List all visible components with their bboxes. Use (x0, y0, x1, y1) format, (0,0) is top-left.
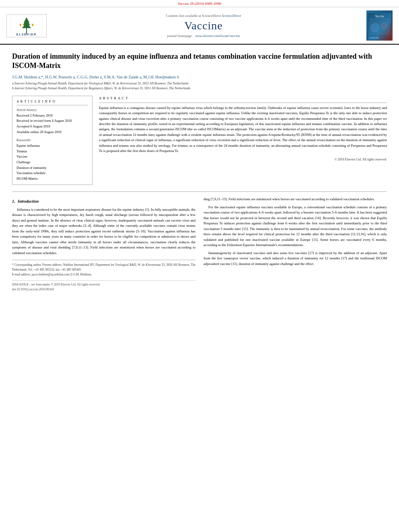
sciencedirect-link[interactable]: ScienceDirect (222, 14, 241, 18)
vaccine-cover-area: Vaccine Vol 28 2010 (360, 10, 393, 41)
journal-header: ELSEVIER Contents lists available at Sci… (0, 7, 399, 45)
body-col-right: ding [7,9,11–13]. Field infections are m… (204, 197, 387, 292)
article-info-column: A R T I C L E I N F O Article history: R… (12, 96, 93, 185)
footnote-bottom: 0264-410X/$ – see front matter © 2010 El… (12, 280, 195, 292)
article-content: Duration of immunity induced by an equin… (0, 45, 399, 300)
keyword-4: Challenge (16, 160, 88, 165)
elsevier-logo: ELSEVIER (6, 14, 47, 37)
article-info-box: A R T I C L E I N F O Article history: R… (12, 96, 93, 185)
footnote-doi: doi:10.1016/j.vaccine.2010.08.043 (12, 287, 195, 292)
article-info-header: A R T I C L E I N F O (16, 99, 88, 105)
journal-homepage-url[interactable]: www.elsevier.com/locate/vaccine (195, 34, 240, 38)
available-date: Available online 20 August 2010 (16, 129, 88, 135)
authors: J.G.M. Heldens a,*, H.G.W. Pouwels a, C.… (12, 75, 179, 79)
sciencedirect-line: Contents lists available at ScienceDirec… (166, 14, 241, 18)
intro-para-2: For the inactivated equine influenza vac… (204, 205, 387, 248)
svg-text:Vol 28 2010: Vol 28 2010 (370, 37, 379, 39)
journal-citation-bar: Vaccine 28 (2010) 6989–6996 (0, 0, 399, 7)
body-col-left: 1. Introduction Influenza is considered … (12, 197, 195, 292)
affiliations: a Intervet Schering Plough Animal Health… (12, 81, 387, 91)
section-divider (12, 191, 387, 192)
article-dates: Received 2 February 2010 Received in rev… (16, 113, 88, 135)
journal-homepage-line: journal homepage: www.elsevier.com/locat… (167, 34, 240, 38)
keyword-7: ISCOM-Matrix (16, 176, 88, 182)
elsevier-logo-area: ELSEVIER (6, 10, 47, 41)
vaccine-cover-image: Vaccine Vol 28 2010 (366, 10, 393, 41)
keyword-2: Tetanus (16, 149, 88, 154)
revised-date: Received in revised form 4 August 2010 (16, 118, 88, 124)
body-text-columns: 1. Introduction Influenza is considered … (12, 197, 387, 292)
intro-para-continuation: ding [7,9,11–13]. Field infections are m… (204, 197, 387, 202)
elsevier-logo-svg: ELSEVIER (10, 15, 43, 36)
intro-para-3: Immunogenicity of inactivated vaccines a… (204, 251, 387, 267)
journal-citation: Vaccine 28 (2010) 6989–6996 (178, 2, 221, 6)
accepted-date: Accepted 6 August 2010 (16, 124, 88, 129)
journal-header-center: Contents lists available at ScienceDirec… (51, 10, 356, 41)
journal-title: Vaccine (184, 19, 223, 32)
affiliation-a: a Intervet Schering Plough Animal Health… (12, 81, 387, 86)
footnote-corresponding: * Corresponding author. Present address:… (12, 263, 195, 272)
introduction-title: 1. Introduction (12, 198, 195, 205)
keyword-1: Equine influenza (16, 143, 88, 149)
info-abstract-columns: A R T I C L E I N F O Article history: R… (12, 96, 387, 185)
abstract-text: Equine influenza is a contagious disease… (99, 105, 387, 154)
intro-section-label: Introduction (18, 199, 39, 203)
svg-point-13 (381, 23, 387, 29)
keyword-5: Duration of immunity (16, 165, 88, 171)
svg-point-6 (32, 24, 33, 26)
copyright-line: © 2010 Elsevier Ltd. All rights reserved… (99, 157, 387, 162)
svg-point-12 (370, 23, 379, 32)
svg-text:ELSEVIER: ELSEVIER (16, 33, 37, 36)
keywords-list: Equine influenza Tetanus Vaccine Challen… (16, 143, 88, 181)
intro-para-1: Influenza is considered to be the most i… (12, 207, 195, 256)
keyword-3: Vaccine (16, 154, 88, 160)
svg-text:Vaccine: Vaccine (375, 15, 385, 18)
svg-point-5 (20, 24, 21, 26)
article-title: Duration of immunity induced by an equin… (12, 52, 387, 71)
keywords-label: Keywords: (16, 138, 88, 142)
footnote-issn: 0264-410X/$ – see front matter © 2010 El… (12, 282, 195, 287)
footnote-email: E-mail address: jacco.heldens@sp.nobilon… (12, 272, 195, 277)
abstract-header: A B S T R A C T (99, 96, 387, 103)
keyword-6: Vaccination schedule (16, 170, 88, 176)
abstract-column: A B S T R A C T Equine influenza is a co… (99, 96, 387, 185)
cover-svg: Vaccine Vol 28 2010 (368, 12, 391, 41)
footnote-area: * Corresponding author. Present address:… (12, 260, 195, 277)
history-label: Article history: (16, 108, 88, 112)
received-date: Received 2 February 2010 (16, 113, 88, 119)
affiliation-b: b Intervet Schering Plough Animal Health… (12, 86, 387, 91)
authors-line: J.G.M. Heldens a,*, H.G.W. Pouwels a, C.… (12, 75, 387, 79)
abstract-section: A B S T R A C T Equine influenza is a co… (99, 96, 387, 162)
